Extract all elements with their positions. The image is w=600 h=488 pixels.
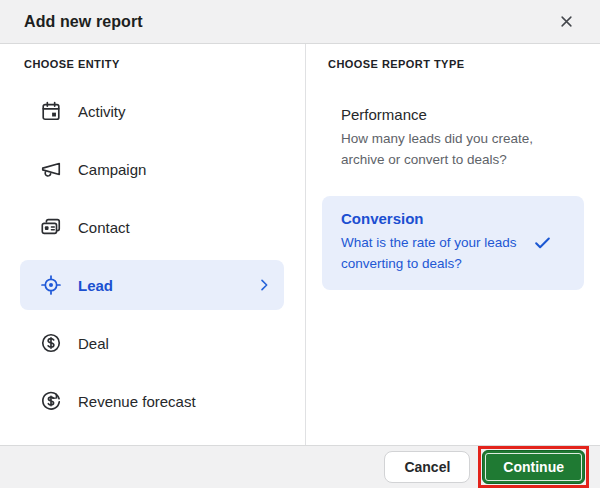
entity-panel-heading: CHOOSE ENTITY [0,58,305,82]
report-option-conversion[interactable]: Conversion What is the rate of your lead… [322,196,584,290]
report-type-heading: CHOOSE REPORT TYPE [322,58,584,82]
entity-item-contact[interactable]: Contact [20,198,284,256]
close-button[interactable] [554,10,578,34]
entity-item-label: Activity [78,103,126,120]
report-option-description: How many leads did you create, archive o… [341,128,547,170]
dialog-body: CHOOSE ENTITY Activity [0,44,600,445]
report-type-panel: CHOOSE REPORT TYPE Performance How many … [306,44,600,445]
entity-panel: CHOOSE ENTITY Activity [0,44,306,445]
entity-item-lead[interactable]: Lead [20,260,284,310]
report-option-text: Performance How many leads did you creat… [341,106,547,170]
entity-item-revenue-forecast[interactable]: Revenue forecast [20,372,284,430]
entity-item-label: Campaign [78,161,146,178]
entity-item-label: Deal [78,335,109,352]
entity-list: Activity Campaign [0,82,305,430]
checkmark-icon [533,233,566,252]
report-option-title: Conversion [341,210,533,227]
contact-card-icon [40,216,62,238]
entity-item-deal[interactable]: Deal [20,314,284,372]
dialog-title: Add new report [24,13,143,31]
entity-item-label: Contact [78,219,130,236]
add-report-dialog: Add new report CHOOSE ENTITY [0,0,600,488]
report-option-text: Conversion What is the rate of your lead… [341,210,533,274]
cancel-button[interactable]: Cancel [384,451,470,483]
dollar-forecast-icon [40,390,62,412]
dialog-footer: Cancel Continue [0,445,600,488]
target-icon [40,274,62,296]
entity-item-activity[interactable]: Activity [20,82,284,140]
entity-item-label: Lead [78,277,113,294]
dollar-circle-icon [40,332,62,354]
megaphone-icon [40,158,62,180]
close-icon [559,14,574,29]
report-option-performance[interactable]: Performance How many leads did you creat… [322,94,584,184]
dialog-header: Add new report [0,0,600,44]
entity-item-campaign[interactable]: Campaign [20,140,284,198]
calendar-icon [40,100,62,122]
report-option-title: Performance [341,106,547,123]
continue-button[interactable]: Continue [482,450,585,484]
entity-item-label: Revenue forecast [78,393,196,410]
click-target-annotation: Continue [482,450,585,484]
report-option-description: What is the rate of your leads convertin… [341,232,533,274]
chevron-right-icon [256,277,272,293]
